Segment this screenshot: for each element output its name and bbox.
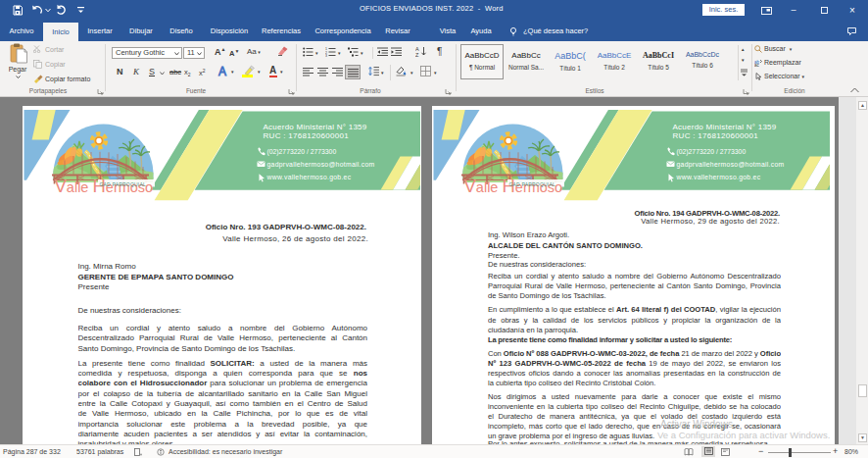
- svg-text:gadprvallehermoso@hotmail.com: gadprvallehermoso@hotmail.com: [267, 161, 375, 169]
- svg-text:Acuerdo Ministerial N° 1359: Acuerdo Ministerial N° 1359: [673, 123, 777, 131]
- svg-text:A: A: [218, 65, 226, 77]
- svg-text:RUC : 1768120600001: RUC : 1768120600001: [673, 131, 759, 140]
- svg-text:GAD PARROQUIAL: GAD PARROQUIAL: [100, 181, 146, 187]
- svg-text:(02)2773220 / 2773300: (02)2773220 / 2773300: [267, 148, 337, 156]
- svg-text:(02)2773220 / 2773300: (02)2773220 / 2773300: [677, 148, 747, 156]
- svg-text:Acuerdo Ministerial N° 1359: Acuerdo Ministerial N° 1359: [264, 123, 367, 131]
- svg-text:3: 3: [325, 54, 327, 57]
- svg-text:www.vallehermoso.gob.ec: www.vallehermoso.gob.ec: [266, 174, 352, 181]
- svg-text:gadprvallehermoso@hotmail.com: gadprvallehermoso@hotmail.com: [677, 161, 785, 169]
- svg-text:GAD PARROQUIAL: GAD PARROQUIAL: [509, 181, 555, 187]
- svg-text:RUC : 1768120600001: RUC : 1768120600001: [264, 131, 350, 140]
- svg-text:Z: Z: [415, 52, 419, 57]
- svg-text:ac: ac: [754, 63, 760, 67]
- svg-text:www.vallehermoso.gob.ec: www.vallehermoso.gob.ec: [676, 174, 761, 181]
